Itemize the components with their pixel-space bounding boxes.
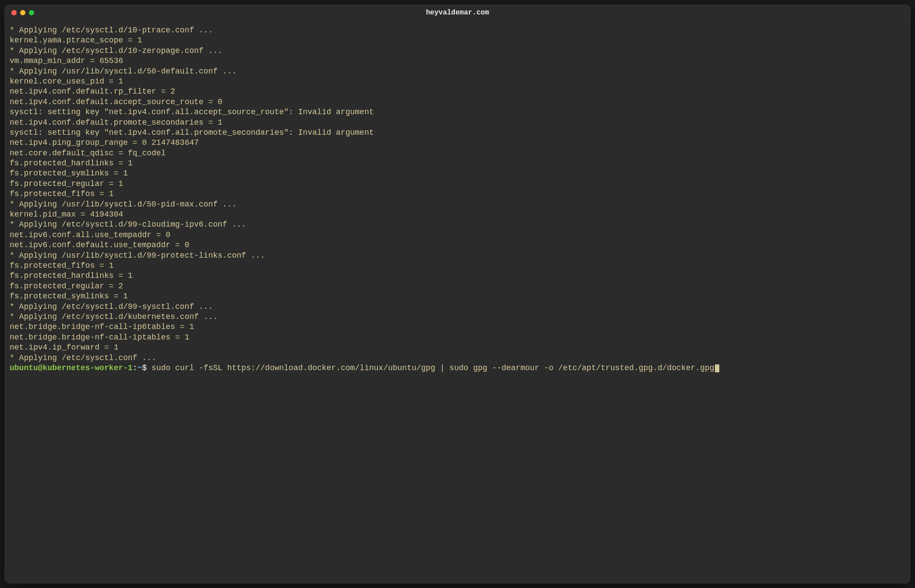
output-line: vm.mmap_min_addr = 65536 xyxy=(10,56,905,66)
output-line: net.ipv4.conf.default.accept_source_rout… xyxy=(10,97,905,107)
output-line: * Applying /usr/lib/sysctl.d/50-pid-max.… xyxy=(10,200,905,210)
output-line: * Applying /etc/sysctl.d/99-cloudimg-ipv… xyxy=(10,220,905,230)
output-line: sysctl: setting key "net.ipv4.conf.all.p… xyxy=(10,128,905,138)
window-title: heyvaldemar.com xyxy=(426,9,489,17)
output-line: fs.protected_symlinks = 1 xyxy=(10,168,905,178)
output-line: sysctl: setting key "net.ipv4.conf.all.a… xyxy=(10,107,905,117)
output-line: net.ipv4.ip_forward = 1 xyxy=(10,343,905,353)
output-line: fs.protected_regular = 1 xyxy=(10,179,905,189)
output-line: fs.protected_hardlinks = 1 xyxy=(10,158,905,168)
output-line: net.bridge.bridge-nf-call-ip6tables = 1 xyxy=(10,322,905,332)
terminal-window: heyvaldemar.com * Applying /etc/sysctl.d… xyxy=(4,4,911,584)
output-line: fs.protected_fifos = 1 xyxy=(10,261,905,271)
output-line: * Applying /etc/sysctl.conf ... xyxy=(10,353,905,363)
output-line: net.ipv6.conf.all.use_tempaddr = 0 xyxy=(10,230,905,240)
output-line: * Applying /usr/lib/sysctl.d/99-protect-… xyxy=(10,251,905,261)
prompt-user-host: ubuntu@kubernetes-worker-1 xyxy=(10,364,133,372)
output-line: kernel.pid_max = 4194304 xyxy=(10,210,905,220)
output-line: fs.protected_hardlinks = 1 xyxy=(10,271,905,281)
output-line: net.ipv4.ping_group_range = 0 2147483647 xyxy=(10,138,905,148)
output-line: fs.protected_fifos = 1 xyxy=(10,189,905,199)
output-line: net.ipv6.conf.default.use_tempaddr = 0 xyxy=(10,240,905,250)
prompt-separator: : xyxy=(133,364,137,372)
output-line: * Applying /etc/sysctl.d/10-zeropage.con… xyxy=(10,46,905,56)
prompt-dollar: $ xyxy=(142,364,147,372)
terminal-content[interactable]: * Applying /etc/sysctl.d/10-ptrace.conf … xyxy=(4,21,911,584)
traffic-lights xyxy=(11,10,34,15)
output-line: fs.protected_symlinks = 1 xyxy=(10,291,905,301)
prompt-path: ~ xyxy=(137,364,142,372)
output-line: kernel.yama.ptrace_scope = 1 xyxy=(10,35,905,46)
output-line: net.bridge.bridge-nf-call-iptables = 1 xyxy=(10,332,905,343)
minimize-button[interactable] xyxy=(20,10,25,15)
output-line: * Applying /usr/lib/sysctl.d/50-default.… xyxy=(10,66,905,77)
command-text: sudo curl -fsSL https://download.docker.… xyxy=(151,364,714,372)
output-line: net.ipv4.conf.default.promote_secondarie… xyxy=(10,118,905,128)
output-line: * Applying /etc/sysctl.d/99-sysctl.conf … xyxy=(10,302,905,312)
cursor xyxy=(715,364,719,372)
maximize-button[interactable] xyxy=(29,10,34,15)
close-button[interactable] xyxy=(11,10,17,15)
output-line: * Applying /etc/sysctl.d/kubernetes.conf… xyxy=(10,312,905,322)
terminal-output: * Applying /etc/sysctl.d/10-ptrace.conf … xyxy=(10,25,905,363)
prompt-line: ubuntu@kubernetes-worker-1:~$ sudo curl … xyxy=(10,364,719,372)
output-line: net.ipv4.conf.default.rp_filter = 2 xyxy=(10,87,905,97)
output-line: kernel.core_uses_pid = 1 xyxy=(10,77,905,87)
titlebar: heyvaldemar.com xyxy=(4,4,911,21)
output-line: * Applying /etc/sysctl.d/10-ptrace.conf … xyxy=(10,25,905,35)
output-line: fs.protected_regular = 2 xyxy=(10,281,905,291)
command-input[interactable]: sudo curl -fsSL https://download.docker.… xyxy=(147,364,714,372)
output-line: net.core.default_qdisc = fq_codel xyxy=(10,148,905,158)
